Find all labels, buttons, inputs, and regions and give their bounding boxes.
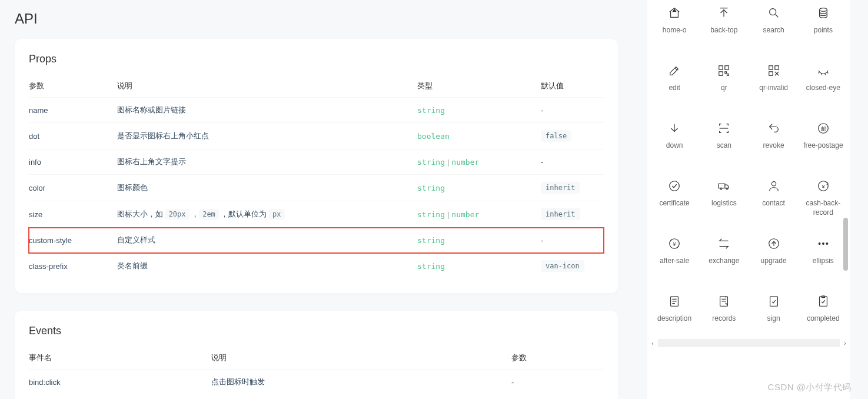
icon-label: sign (767, 314, 780, 324)
icon-item-scan[interactable]: scan (699, 115, 749, 173)
qr-invalid-icon (766, 62, 782, 79)
icon-label: cash-back-record (801, 199, 846, 217)
icon-label: completed (807, 314, 839, 324)
records-icon (716, 293, 732, 310)
svg-point-23 (823, 243, 824, 245)
scroll-right-arrow[interactable]: › (840, 340, 850, 347)
sign-icon (766, 293, 782, 310)
description-icon (666, 293, 683, 310)
col-default: 默认值 (541, 75, 604, 98)
cash-back-record-icon: ¥ (815, 178, 832, 194)
search-icon (766, 5, 782, 21)
icon-item-upgrade[interactable]: upgrade (749, 231, 799, 288)
completed-icon (815, 293, 832, 310)
icon-label: ellipsis (813, 257, 834, 266)
icon-label: exchange (709, 257, 739, 266)
icon-item-certificate[interactable]: certificate (650, 173, 699, 231)
back-top-icon (716, 5, 732, 21)
svg-rect-5 (725, 72, 727, 74)
edit-icon (666, 62, 683, 79)
props-title: Props (29, 53, 604, 65)
svg-rect-27 (770, 297, 777, 307)
watermark: CSDN @小付学代码 (768, 382, 852, 393)
svg-point-1 (819, 8, 827, 12)
icon-label: edit (669, 84, 680, 93)
prop-param: info (29, 149, 117, 175)
icon-item-down[interactable]: down (650, 115, 699, 173)
svg-rect-28 (819, 297, 827, 307)
icon-item-exchange[interactable]: exchange (699, 231, 749, 288)
icon-item-sign[interactable]: sign (749, 288, 799, 338)
icon-item-after-sale[interactable]: ¥after-sale (650, 231, 699, 288)
prop-type: string (417, 228, 541, 253)
icon-label: scan (717, 141, 731, 151)
scan-icon (716, 120, 732, 137)
exchange-icon (716, 235, 732, 252)
icon-label: logistics (711, 199, 737, 208)
icon-panel: home-oback-topsearchpointseditqrqr-inval… (647, 0, 850, 399)
prop-desc: 自定义样式 (117, 228, 417, 253)
icon-label: after-sale (660, 257, 689, 266)
svg-rect-2 (719, 66, 723, 69)
points-icon (815, 5, 832, 21)
down-icon (666, 120, 683, 137)
svg-rect-6 (727, 74, 729, 76)
after-sale-icon: ¥ (666, 235, 683, 252)
icon-label: upgrade (761, 257, 787, 266)
table-row: size图标大小，如 20px ，2em ，默认单位为 pxstring|num… (29, 201, 604, 228)
home-o-icon (666, 5, 683, 21)
prop-param: color (29, 175, 117, 201)
col-desc: 说明 (117, 75, 417, 98)
icon-item-revoke[interactable]: revoke (749, 115, 799, 173)
icon-item-qr-invalid[interactable]: qr-invalid (749, 58, 799, 115)
icon-item-contact[interactable]: contact (749, 173, 799, 231)
svg-rect-3 (725, 66, 729, 69)
icon-label: home-o (663, 26, 687, 35)
scroll-left-arrow[interactable]: ‹ (647, 340, 658, 347)
icon-item-records[interactable]: records (699, 288, 749, 338)
svg-text:¥: ¥ (673, 242, 676, 247)
icon-item-description[interactable]: description (650, 288, 699, 338)
prop-type: string (417, 253, 541, 280)
events-card: Events 事件名 说明 参数 bind:click点击图标时触发- (15, 311, 618, 399)
table-row: bind:click点击图标时触发- (29, 370, 604, 395)
icon-item-search[interactable]: search (749, 0, 799, 58)
prop-type: string (417, 175, 541, 201)
svg-point-15 (727, 188, 729, 189)
horizontal-scrollbar[interactable]: ‹ › (647, 338, 850, 348)
icon-label: search (763, 26, 784, 35)
icon-label: down (666, 141, 683, 151)
icon-item-qr[interactable]: qr (699, 58, 749, 115)
logistics-icon (716, 178, 732, 194)
col-event-name: 事件名 (29, 347, 211, 370)
api-heading: API (15, 11, 618, 27)
prop-type: boolean (417, 123, 541, 149)
vertical-scrollbar-thumb[interactable] (843, 218, 848, 271)
vertical-scrollbar[interactable] (841, 0, 848, 338)
icon-item-logistics[interactable]: logistics (699, 173, 749, 231)
prop-desc: 图标颜色 (117, 175, 417, 201)
icon-label: free-postage (803, 141, 843, 151)
table-row: dot是否显示图标右上角小红点booleanfalse (29, 123, 604, 149)
event-desc: 点击图标时触发 (211, 370, 511, 395)
icon-label: description (657, 314, 691, 324)
icon-label: back-top (710, 26, 737, 35)
revoke-icon (766, 120, 782, 137)
table-row: name图标名称或图片链接string- (29, 98, 604, 123)
icon-label: revoke (763, 141, 784, 151)
icon-item-home-o[interactable]: home-o (650, 0, 699, 58)
prop-type: string (417, 98, 541, 123)
certificate-icon (666, 178, 683, 194)
events-table: 事件名 说明 参数 bind:click点击图标时触发- (29, 347, 604, 394)
prop-default: - (541, 149, 604, 175)
prop-default: van-icon (541, 253, 604, 280)
event-name: bind:click (29, 370, 211, 395)
svg-text:¥: ¥ (821, 184, 825, 189)
icon-item-edit[interactable]: edit (650, 58, 699, 115)
horizontal-scroll-track[interactable] (658, 339, 840, 347)
prop-param: size (29, 201, 117, 228)
svg-text:邮: 邮 (820, 126, 826, 132)
icon-scroll-area[interactable]: home-oback-topsearchpointseditqrqr-inval… (647, 0, 850, 338)
svg-point-24 (826, 243, 828, 245)
icon-item-back-top[interactable]: back-top (699, 0, 749, 58)
